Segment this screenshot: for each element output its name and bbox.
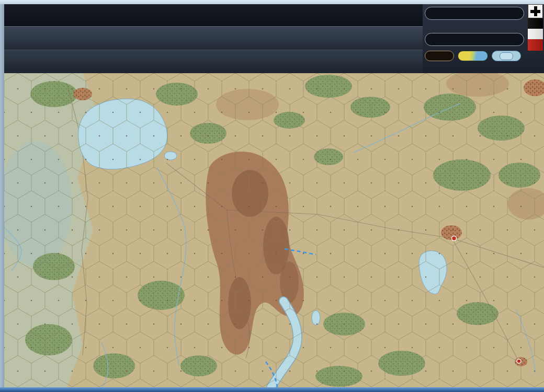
background-window-top (0, 0, 544, 4)
air-status-value (500, 52, 513, 60)
weather-pill (458, 51, 488, 61)
unit-layer (4, 73, 544, 387)
flag-stripe-black (528, 18, 543, 29)
motor-pool-box (425, 33, 524, 46)
taskbar-strip (0, 387, 544, 392)
nation-flag (528, 4, 543, 51)
main-toolbar (4, 26, 423, 50)
air-status-pill (492, 51, 521, 61)
screen (0, 0, 544, 392)
german-cross-icon (528, 4, 543, 18)
fkey-toolbar (4, 50, 423, 74)
map-viewport[interactable] (4, 73, 544, 387)
status-panel (423, 4, 544, 73)
date-turn-box (425, 7, 524, 20)
status-pills (425, 51, 521, 61)
counter-pill (425, 51, 454, 61)
flag-stripe-red (528, 39, 543, 51)
flag-stripe-white (528, 29, 543, 39)
background-window-left (0, 4, 4, 387)
